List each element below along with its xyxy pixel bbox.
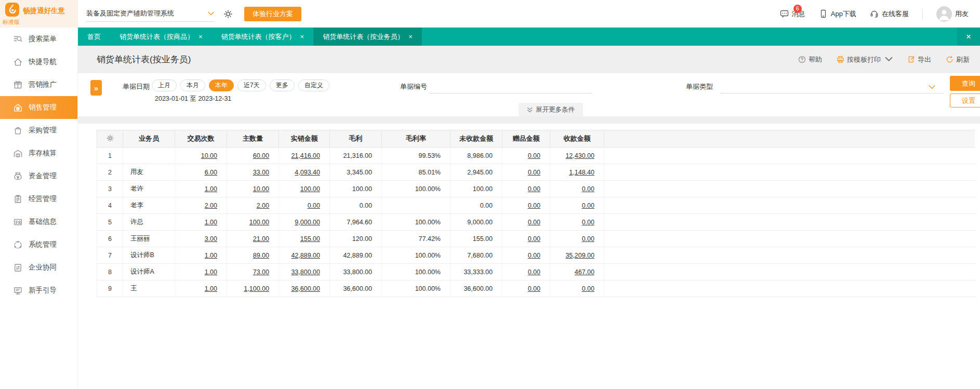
cell-trades[interactable]: 1.00 xyxy=(175,264,227,280)
cell-qty[interactable]: 60.00 xyxy=(227,147,279,164)
cell-gift-amount[interactable]: 0.00 xyxy=(502,181,550,197)
app-download-button[interactable]: App下载 xyxy=(819,9,856,19)
chevron-down-icon[interactable] xyxy=(929,85,935,89)
column-header[interactable]: 收款金额 xyxy=(550,130,604,147)
messages-button[interactable]: 消息 6 xyxy=(780,9,805,19)
doc-type-select[interactable] xyxy=(720,80,944,93)
sidebar-item-quick-nav[interactable]: 快捷导航 xyxy=(0,50,77,73)
cell-gift-amount[interactable]: 0.00 xyxy=(502,247,550,264)
sidebar-item-marketing[interactable]: 营销推广 xyxy=(0,73,77,96)
cell-gift-amount[interactable]: 0.00 xyxy=(502,264,550,280)
tab-close-icon[interactable]: × xyxy=(300,33,304,41)
cell-received-amount[interactable]: 0.00 xyxy=(550,280,604,297)
cell-received-amount[interactable]: 1,148.40 xyxy=(550,164,604,181)
cell-trades[interactable]: 10.00 xyxy=(175,147,227,164)
date-range-value[interactable]: 2023-01-01 至 2023-12-31 xyxy=(155,95,231,103)
cell-sales-amount[interactable]: 9,000.00 xyxy=(279,214,330,231)
cell-qty[interactable]: 33.00 xyxy=(227,164,279,181)
cell-sales-amount[interactable]: 155.00 xyxy=(279,231,330,247)
cell-sales-amount[interactable]: 100.00 xyxy=(279,181,330,197)
sidebar-item-system[interactable]: 系统管理 xyxy=(0,233,77,256)
sidebar-item-collaboration[interactable]: 企业协同 xyxy=(0,256,77,279)
export-button[interactable]: 导出 xyxy=(907,55,931,64)
column-header[interactable]: 主数量 xyxy=(227,130,279,147)
system-select[interactable]: 装备及固定资产辅助管理系统 xyxy=(86,6,214,22)
cell-sales-amount[interactable]: 42,889.00 xyxy=(279,247,330,264)
tab-by-salesperson[interactable]: 销货单统计表（按业务员）× xyxy=(313,28,422,46)
date-pill[interactable]: 自定义 xyxy=(298,79,329,91)
trial-industry-button[interactable]: 体验行业方案 xyxy=(244,7,301,21)
column-settings-button[interactable] xyxy=(97,130,123,147)
sidebar-item-purchase[interactable]: 采购管理 xyxy=(0,119,77,142)
cell-trades[interactable]: 1.00 xyxy=(175,247,227,264)
sidebar-item-funds[interactable]: 资金管理 xyxy=(0,165,77,187)
cell-gift-amount[interactable]: 0.00 xyxy=(502,197,550,214)
sidebar-item-search[interactable]: 搜索菜单 xyxy=(0,28,77,50)
date-pill[interactable]: 上月 xyxy=(152,79,177,91)
cell-sales-amount[interactable]: 33,800.00 xyxy=(279,264,330,280)
column-header[interactable]: 未收款金额 xyxy=(451,130,502,147)
column-header[interactable]: 赠品金额 xyxy=(502,130,550,147)
cell-gift-amount[interactable]: 0.00 xyxy=(502,214,550,231)
sidebar-item-inventory[interactable]: 库存核算 xyxy=(0,142,77,165)
collapse-filter-button[interactable]: » xyxy=(90,80,102,96)
column-header[interactable]: 毛利率 xyxy=(382,130,451,147)
cell-qty[interactable]: 21.00 xyxy=(227,231,279,247)
print-by-template-button[interactable]: 按模板打印 xyxy=(837,55,893,64)
column-header[interactable]: 交易次数 xyxy=(175,130,227,147)
sidebar-item-guide[interactable]: 新手引导 xyxy=(0,279,77,302)
date-pill[interactable]: 更多 xyxy=(270,79,295,91)
cell-trades[interactable]: 6.00 xyxy=(175,164,227,181)
tab-home[interactable]: 首页 xyxy=(78,28,110,46)
help-button[interactable]: 帮助 xyxy=(798,55,822,64)
user-menu[interactable]: 用友 xyxy=(936,6,969,22)
cell-gift-amount[interactable]: 0.00 xyxy=(502,280,550,297)
cell-qty[interactable]: 1,100.00 xyxy=(227,280,279,297)
cell-qty[interactable]: 89.00 xyxy=(227,247,279,264)
search-button[interactable]: 查询 xyxy=(950,76,980,91)
tab-close-icon[interactable]: × xyxy=(408,33,413,41)
date-pill[interactable]: 本月 xyxy=(180,79,205,91)
cell-received-amount[interactable]: 0.00 xyxy=(550,197,604,214)
sidebar-item-operations[interactable]: 经营管理 xyxy=(0,187,77,210)
cell-gift-amount[interactable]: 0.00 xyxy=(502,147,550,164)
cell-qty[interactable]: 100.00 xyxy=(227,214,279,231)
cell-gift-amount[interactable]: 0.00 xyxy=(502,231,550,247)
cell-sales-amount[interactable]: 36,600.00 xyxy=(279,280,330,297)
refresh-button[interactable]: 刷新 xyxy=(946,55,970,64)
cell-trades[interactable]: 1.00 xyxy=(175,280,227,297)
tab-close-icon[interactable]: × xyxy=(198,33,203,41)
cell-trades[interactable]: 3.00 xyxy=(175,231,227,247)
doc-no-input[interactable] xyxy=(429,80,592,93)
cell-trades[interactable]: 2.00 xyxy=(175,197,227,214)
cell-received-amount[interactable]: 0.00 xyxy=(550,214,604,231)
chevron-down-icon[interactable] xyxy=(885,56,893,63)
cell-received-amount[interactable]: 0.00 xyxy=(550,181,604,197)
app-logo[interactable]: 畅捷通好生意 标准版 xyxy=(0,0,78,28)
tab-by-customer[interactable]: 销货单统计表（按客户）× xyxy=(212,28,314,46)
cell-gift-amount[interactable]: 0.00 xyxy=(502,164,550,181)
cell-qty[interactable]: 73.00 xyxy=(227,264,279,280)
tab-by-product[interactable]: 销货单统计表（按商品）× xyxy=(110,28,212,46)
cell-received-amount[interactable]: 12,430.00 xyxy=(550,147,604,164)
expand-more-conditions-button[interactable]: 展开更多条件 xyxy=(519,103,583,116)
cell-received-amount[interactable]: 467.00 xyxy=(550,264,604,280)
cell-received-amount[interactable]: 35,209.00 xyxy=(550,247,604,264)
cell-trades[interactable]: 1.00 xyxy=(175,214,227,231)
online-service-button[interactable]: 在线客服 xyxy=(870,9,909,19)
sidebar-item-sales[interactable]: 销售管理 xyxy=(0,96,77,119)
sidebar-item-base-info[interactable]: 基础信息 xyxy=(0,210,77,233)
cell-trades[interactable]: 1.00 xyxy=(175,181,227,197)
cell-sales-amount[interactable]: 21,416.00 xyxy=(279,147,330,164)
gear-icon[interactable] xyxy=(223,9,233,19)
settings-button[interactable]: 设置 xyxy=(950,93,980,108)
cell-received-amount[interactable]: 0.00 xyxy=(550,231,604,247)
date-pill[interactable]: 本年 xyxy=(209,79,234,91)
column-header[interactable]: 业务员 xyxy=(123,130,175,147)
cell-sales-amount[interactable]: 0.00 xyxy=(279,197,330,214)
close-all-tabs-button[interactable]: × xyxy=(957,28,980,46)
cell-qty[interactable]: 10.00 xyxy=(227,181,279,197)
cell-sales-amount[interactable]: 4,093.40 xyxy=(279,164,330,181)
column-header[interactable]: 实销金额 xyxy=(279,130,330,147)
column-header[interactable]: 毛利 xyxy=(330,130,382,147)
